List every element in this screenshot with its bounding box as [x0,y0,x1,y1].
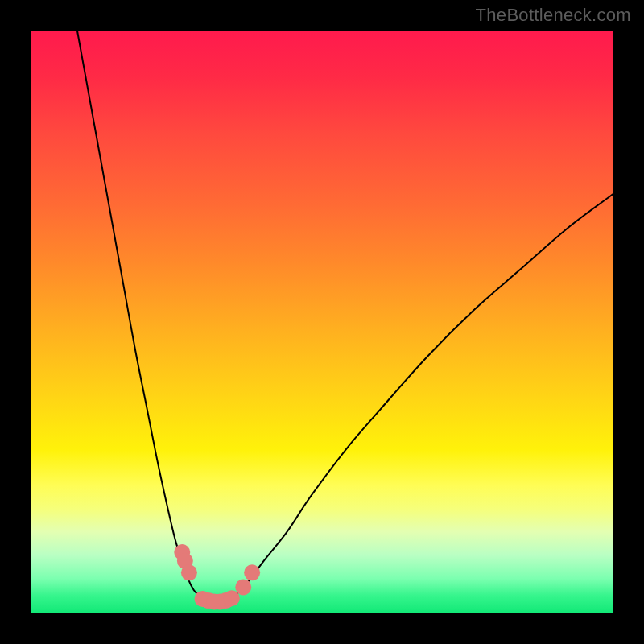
marker-group [174,544,260,610]
outer-frame: TheBottleneck.com [0,0,644,644]
watermark-text: TheBottleneck.com [476,5,631,26]
curve-right-branch [234,194,613,597]
chart-svg [31,31,613,613]
data-marker [244,564,260,580]
curve-left-branch [77,31,200,596]
data-marker [181,564,197,580]
data-marker [235,579,251,595]
data-marker [224,590,240,606]
plot-area [31,31,613,613]
